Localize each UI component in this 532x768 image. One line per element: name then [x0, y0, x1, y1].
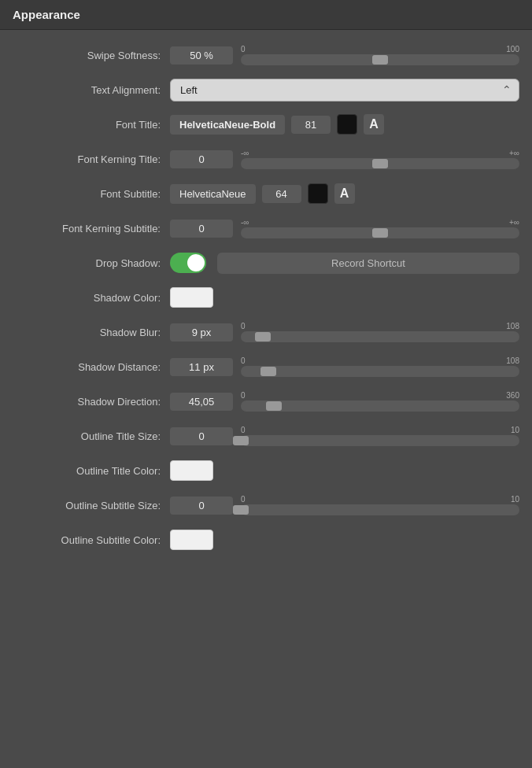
slider-max-shadow-direction: 360: [506, 391, 519, 400]
value-outline-subtitle-size[interactable]: 0: [170, 497, 233, 515]
row-font-title: Font Title: HelveticaNeue-Bold 81 A: [0, 107, 532, 142]
label-shadow-blur: Shadow Blur:: [13, 327, 170, 338]
slider-max-shadow-distance: 108: [506, 356, 519, 365]
font-subtitle-color-swatch[interactable]: [308, 183, 328, 204]
page-title: Appearance: [13, 8, 519, 21]
slider-min-font-kerning-title: -∞: [241, 149, 249, 157]
row-outline-title-color: Outline Title Color:: [0, 453, 532, 488]
slider-outline-subtitle-size[interactable]: [241, 504, 519, 515]
slider-min-shadow-blur: 0: [241, 322, 246, 330]
label-shadow-color: Shadow Color:: [13, 292, 170, 304]
slider-max-outline-subtitle-size: 10: [511, 495, 519, 504]
label-outline-subtitle-color: Outline Subtitle Color:: [13, 534, 170, 546]
label-font-kerning-title: Font Kerning Title:: [13, 153, 170, 165]
font-title-color-swatch[interactable]: [337, 114, 357, 135]
label-font-kerning-subtitle: Font Kerning Subtitle:: [13, 223, 170, 234]
font-title-size[interactable]: 81: [291, 116, 331, 134]
font-subtitle-letter-icon[interactable]: A: [334, 183, 355, 204]
slider-labels-shadow-direction: 0 360: [241, 391, 519, 400]
slider-min-shadow-direction: 0: [241, 391, 246, 400]
slider-max-swipe-softness: 100: [506, 45, 519, 54]
row-shadow-distance: Shadow Distance: 11 px 0 108: [0, 349, 532, 384]
outline-subtitle-color-swatch[interactable]: [170, 530, 213, 550]
title-bar: Appearance: [0, 0, 532, 30]
row-drop-shadow: Drop Shadow: Record Shortcut: [0, 246, 532, 280]
dropdown-container-alignment: Left Center Right ⌃: [170, 79, 519, 102]
slider-group-outline-title-size: 0 10: [241, 426, 519, 446]
slider-labels-shadow-blur: 0 108: [241, 322, 519, 330]
value-font-kerning-subtitle[interactable]: 0: [170, 220, 233, 238]
slider-min-font-kerning-subtitle: -∞: [241, 218, 249, 227]
slider-min-swipe-softness: 0: [241, 45, 246, 54]
value-font-kerning-title[interactable]: 0: [170, 150, 233, 168]
font-title-controls: HelveticaNeue-Bold 81 A: [170, 114, 519, 135]
value-swipe-softness[interactable]: 50 %: [170, 46, 233, 65]
value-shadow-distance[interactable]: 11 px: [170, 358, 233, 376]
slider-min-outline-subtitle-size: 0: [241, 495, 246, 504]
row-shadow-direction: Shadow Direction: 45,05 0 360: [0, 384, 532, 419]
font-title-name[interactable]: HelveticaNeue-Bold: [170, 115, 285, 135]
value-shadow-blur[interactable]: 9 px: [170, 323, 233, 342]
font-title-letter-icon[interactable]: A: [364, 114, 384, 135]
slider-max-font-kerning-subtitle: +∞: [509, 218, 519, 227]
row-font-subtitle: Font Subtitle: HelveticaNeue 64 A: [0, 176, 532, 211]
slider-labels-outline-subtitle-size: 0 10: [241, 495, 519, 504]
dropdown-text-alignment[interactable]: Left Center Right: [170, 79, 519, 102]
label-outline-title-size: Outline Title Size:: [13, 430, 170, 442]
label-text-alignment: Text Alignment:: [13, 84, 170, 96]
row-outline-subtitle-size: Outline Subtitle Size: 0 0 10: [0, 488, 532, 522]
slider-labels-font-kerning-title: -∞ +∞: [241, 149, 519, 157]
row-shadow-blur: Shadow Blur: 9 px 0 108: [0, 315, 532, 349]
slider-group-font-kerning-subtitle: -∞ +∞: [241, 218, 519, 238]
outline-title-color-swatch[interactable]: [170, 460, 213, 481]
slider-shadow-direction[interactable]: [241, 401, 519, 412]
slider-shadow-blur[interactable]: [241, 331, 519, 342]
value-outline-title-size[interactable]: 0: [170, 427, 233, 445]
slider-min-shadow-distance: 0: [241, 356, 246, 365]
slider-outline-title-size[interactable]: [241, 435, 519, 446]
slider-max-outline-title-size: 10: [511, 426, 519, 434]
row-font-kerning-subtitle: Font Kerning Subtitle: 0 -∞ +∞: [0, 211, 532, 246]
toggle-drop-shadow[interactable]: [170, 253, 206, 273]
value-shadow-direction[interactable]: 45,05: [170, 393, 233, 411]
slider-labels-font-kerning-subtitle: -∞ +∞: [241, 218, 519, 227]
row-text-alignment: Text Alignment: Left Center Right ⌃: [0, 72, 532, 107]
row-font-kerning-title: Font Kerning Title: 0 -∞ +∞: [0, 142, 532, 176]
slider-font-kerning-title[interactable]: [241, 158, 519, 169]
row-swipe-softness: Swipe Softness: 50 % 0 100: [0, 38, 532, 72]
font-subtitle-controls: HelveticaNeue 64 A: [170, 183, 519, 204]
settings-content: Swipe Softness: 50 % 0 100 Text Alignmen…: [0, 30, 532, 565]
label-outline-title-color: Outline Title Color:: [13, 465, 170, 477]
label-outline-subtitle-size: Outline Subtitle Size:: [13, 500, 170, 511]
slider-font-kerning-subtitle[interactable]: [241, 227, 519, 238]
slider-labels-swipe-softness: 0 100: [241, 45, 519, 54]
toggle-drop-shadow-slider: [170, 253, 206, 273]
slider-labels-outline-title-size: 0 10: [241, 426, 519, 434]
slider-max-shadow-blur: 108: [506, 322, 519, 330]
slider-group-swipe-softness: 0 100: [241, 45, 519, 65]
label-drop-shadow: Drop Shadow:: [13, 257, 170, 269]
label-shadow-direction: Shadow Direction:: [13, 396, 170, 408]
slider-shadow-distance[interactable]: [241, 366, 519, 377]
label-swipe-softness: Swipe Softness:: [13, 50, 170, 61]
slider-max-font-kerning-title: +∞: [509, 149, 519, 157]
slider-group-font-kerning-title: -∞ +∞: [241, 149, 519, 169]
record-shortcut-button[interactable]: Record Shortcut: [217, 253, 519, 274]
slider-min-outline-title-size: 0: [241, 426, 246, 434]
row-outline-title-size: Outline Title Size: 0 0 10: [0, 419, 532, 453]
row-shadow-color: Shadow Color:: [0, 280, 532, 315]
slider-group-shadow-direction: 0 360: [241, 391, 519, 412]
slider-group-shadow-blur: 0 108: [241, 322, 519, 342]
shadow-color-swatch[interactable]: [170, 287, 213, 308]
label-font-subtitle: Font Subtitle:: [13, 188, 170, 200]
slider-swipe-softness[interactable]: [241, 54, 519, 65]
slider-group-shadow-distance: 0 108: [241, 356, 519, 377]
label-font-title: Font Title:: [13, 119, 170, 131]
font-subtitle-name[interactable]: HelveticaNeue: [170, 184, 256, 204]
label-shadow-distance: Shadow Distance:: [13, 361, 170, 373]
slider-labels-shadow-distance: 0 108: [241, 356, 519, 365]
slider-group-outline-subtitle-size: 0 10: [241, 495, 519, 515]
font-subtitle-size[interactable]: 64: [262, 185, 301, 203]
row-outline-subtitle-color: Outline Subtitle Color:: [0, 522, 532, 557]
